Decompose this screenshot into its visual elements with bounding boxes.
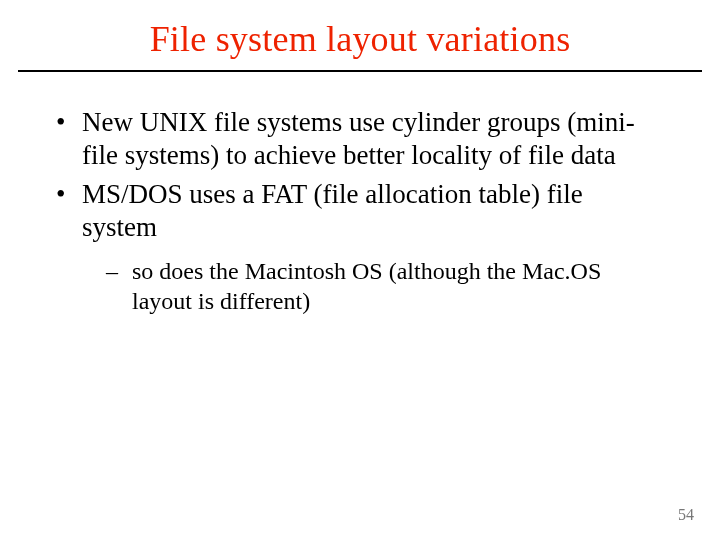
slide-title: File system layout variations bbox=[0, 18, 720, 70]
bullet-text: MS/DOS uses a FAT (file allocation table… bbox=[82, 179, 583, 242]
subbullet-list: so does the Macintosh OS (although the M… bbox=[82, 244, 650, 316]
bullet-item: New UNIX file systems use cylinder group… bbox=[50, 106, 650, 172]
slide: File system layout variations New UNIX f… bbox=[0, 0, 720, 540]
bullet-list: New UNIX file systems use cylinder group… bbox=[0, 72, 720, 316]
bullet-item: MS/DOS uses a FAT (file allocation table… bbox=[50, 178, 650, 316]
page-number: 54 bbox=[678, 506, 694, 524]
subbullet-item: so does the Macintosh OS (although the M… bbox=[106, 256, 650, 316]
